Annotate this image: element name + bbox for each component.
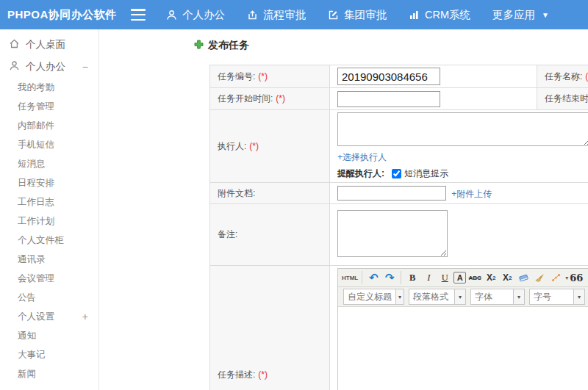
page-title-text: 发布任务	[208, 39, 249, 52]
subscript-button[interactable]: X2	[500, 270, 514, 285]
executor-textarea[interactable]	[337, 112, 588, 146]
description-label: 任务描述:	[218, 369, 255, 380]
caret-down-icon: ▾	[513, 289, 524, 304]
sidebar-item-label: 我的考勤	[18, 82, 54, 94]
font-size-select[interactable]: 字号▾	[529, 289, 585, 305]
paste-clipboard-icon[interactable]: T	[585, 270, 588, 285]
eraser-icon[interactable]	[516, 270, 531, 285]
sidebar-item-personal-office[interactable]: 个人办公 −	[0, 56, 98, 78]
rich-text-editor: HTML ↶ ↷ B I U A ABC X2 X2	[337, 268, 588, 390]
font-family-select[interactable]: 字体▾	[470, 289, 525, 305]
paragraph-format-select[interactable]: 段落格式▾	[409, 289, 466, 305]
sidebar-item-schedule[interactable]: 日程安排	[0, 173, 98, 192]
main-content: 发布任务 任务编号:(*) 任务名称:(*) 任务开始时间:(	[100, 29, 588, 390]
top-header: PHPOA协同办公软件 个人办公 流程审批 集团审批 CRM系统	[0, 0, 588, 29]
caret-down-icon[interactable]: ▾	[565, 275, 568, 281]
underline-button[interactable]: U	[437, 270, 452, 285]
end-time-label-cell: 任务结束时间:(*)	[537, 88, 588, 110]
sidebar-item-label: 个人文件柜	[18, 234, 64, 247]
html-source-button[interactable]: HTML	[342, 270, 358, 285]
page-title: 发布任务	[194, 39, 249, 52]
sidebar-item-label: 个人桌面	[26, 38, 65, 51]
blockquote-button[interactable]: 66	[569, 270, 584, 285]
top-nav: 个人办公 流程审批 集团审批 CRM系统 更多应用 ▼	[166, 8, 549, 22]
nav-item-more-apps[interactable]: 更多应用 ▼	[492, 8, 549, 22]
remark-cell	[330, 204, 588, 266]
custom-heading-select[interactable]: 自定义标题▾	[343, 289, 404, 305]
edit-pen-icon	[328, 10, 339, 21]
nav-item-group-approval[interactable]: 集团审批	[328, 8, 387, 22]
sidebar-item-work-log[interactable]: 工作日志	[0, 192, 98, 212]
sidebar-item-short-message[interactable]: 短消息	[0, 154, 98, 173]
redo-icon[interactable]: ↷	[382, 270, 397, 285]
bold-button[interactable]: B	[405, 270, 420, 285]
hamburger-menu-icon[interactable]	[131, 9, 146, 21]
task-name-label: 任务名称:	[545, 71, 582, 82]
remind-executor-label: 提醒执行人:	[337, 167, 384, 180]
choose-executor-link[interactable]: +选择执行人	[337, 152, 387, 162]
sidebar-item-label: 公告	[18, 292, 36, 304]
sidebar-item-meeting-management[interactable]: 会议管理	[0, 269, 98, 288]
task-no-label: 任务编号:	[218, 71, 255, 82]
sidebar-item-announcement[interactable]: 公告	[0, 288, 98, 307]
select-value: 字号	[530, 291, 555, 303]
editor-content-area[interactable]	[338, 307, 588, 390]
required-marker: (*)	[249, 141, 259, 151]
toolbar-separator	[401, 271, 401, 284]
sidebar-item-personal-file-cabinet[interactable]: 个人文件柜	[0, 231, 98, 250]
nav-item-crm[interactable]: CRM系统	[409, 8, 470, 22]
bar-chart-icon	[409, 10, 420, 21]
paintbrush-icon[interactable]	[532, 270, 547, 285]
description-label-cell: 任务描述:(*)	[210, 266, 330, 390]
caret-down-icon: ▾	[395, 289, 404, 304]
start-time-label: 任务开始时间:	[218, 93, 273, 104]
add-icon	[194, 40, 204, 51]
sidebar-item-label: 通讯录	[18, 253, 46, 266]
sidebar-item-mobile-sms[interactable]: 手机短信	[0, 135, 98, 154]
end-time-label: 任务结束时间:	[545, 93, 588, 104]
superscript-button[interactable]: X2	[484, 270, 498, 285]
sidebar-item-big-events[interactable]: 大事记	[0, 345, 98, 364]
sidebar-item-label: 内部邮件	[18, 120, 54, 132]
start-time-input[interactable]	[337, 91, 440, 107]
attachment-upload-link[interactable]: +附件上传	[451, 189, 492, 199]
required-marker: (*)	[585, 71, 588, 82]
strikethrough-button[interactable]: ABC	[467, 270, 482, 285]
sms-remind-checkbox[interactable]	[392, 169, 401, 178]
sidebar-item-label: 短消息	[18, 158, 46, 170]
sidebar-item-personal-settings[interactable]: 个人设置 +	[0, 307, 98, 326]
sidebar-item-work-plan[interactable]: 工作计划	[0, 212, 98, 231]
publish-task-form: 任务编号:(*) 任务名称:(*) 任务开始时间:(*)	[209, 65, 588, 390]
executor-label: 执行人:	[218, 141, 246, 151]
superscript-exp: 2	[492, 275, 495, 281]
executor-label-cell: 执行人:(*)	[210, 110, 330, 183]
editor-toolbar-row-2: 自定义标题▾ 段落格式▾ 字体▾ 字号▾	[338, 287, 588, 307]
font-border-button[interactable]: A	[453, 272, 466, 284]
executor-cell: +选择执行人 提醒执行人: 短消息提示	[330, 110, 588, 183]
attachment-input[interactable]	[337, 186, 446, 201]
sidebar-item-label: 手机短信	[18, 139, 54, 151]
sidebar-item-my-attendance[interactable]: 我的考勤	[0, 78, 98, 97]
task-no-label-cell: 任务编号:(*)	[210, 65, 330, 88]
sidebar-item-internal-mail[interactable]: 内部邮件	[0, 116, 98, 135]
sidebar-item-news[interactable]: 新闻	[0, 364, 98, 383]
undo-icon[interactable]: ↶	[366, 270, 381, 285]
nav-item-workflow-approval[interactable]: 流程审批	[247, 8, 306, 22]
task-no-input[interactable]	[337, 68, 440, 85]
nav-label: 流程审批	[263, 8, 306, 22]
format-painter-icon[interactable]	[548, 270, 563, 285]
sidebar-item-personal-desktop[interactable]: 个人桌面	[0, 34, 98, 56]
required-marker: (*)	[258, 369, 268, 380]
expand-icon[interactable]: +	[82, 311, 88, 322]
remark-textarea[interactable]	[337, 210, 448, 257]
nav-label: 个人办公	[182, 8, 225, 22]
sidebar-item-contacts[interactable]: 通讯录	[0, 250, 98, 269]
task-no-cell	[330, 65, 537, 88]
collapse-icon[interactable]: −	[82, 61, 88, 73]
sidebar-item-notice[interactable]: 通知	[0, 326, 98, 345]
remark-label: 备注:	[218, 229, 237, 239]
sidebar-item-label: 工作计划	[18, 215, 54, 228]
sidebar-item-task-management[interactable]: 任务管理	[0, 97, 98, 116]
nav-item-personal-office[interactable]: 个人办公	[166, 8, 225, 22]
italic-button[interactable]: I	[421, 270, 436, 285]
